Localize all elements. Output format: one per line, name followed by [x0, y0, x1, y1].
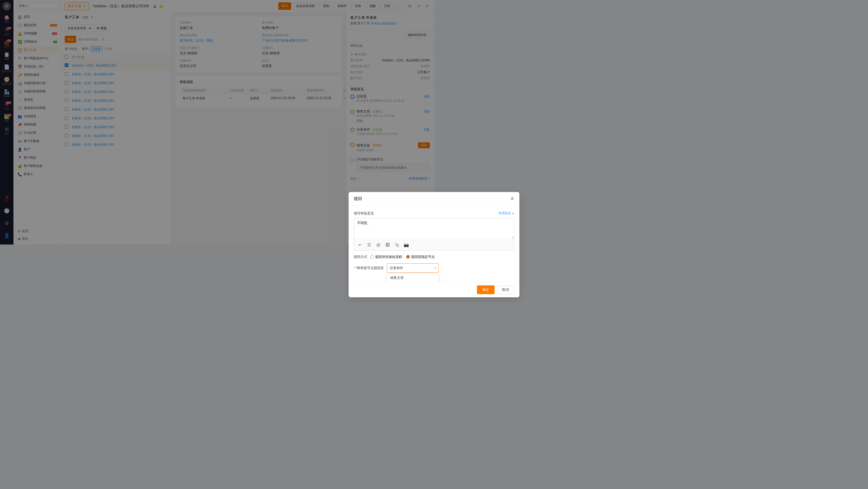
undo-icon[interactable]: ↩	[356, 241, 363, 245]
list-icon[interactable]: ☰	[365, 241, 373, 245]
feedback-textarea[interactable]: 不同意。	[354, 218, 434, 239]
modal-overlay[interactable]: 驳回 ✕ 填写审批意见 常用意见 ∨ 不同意。 ↩ ☰ @ 🖼 📎	[0, 0, 434, 244]
reject-modal: 驳回 ✕ 填写审批意见 常用意见 ∨ 不同意。 ↩ ☰ @ 🖼 📎	[349, 192, 434, 245]
modal-title: 驳回	[354, 196, 362, 201]
modal-body: 填写审批意见 常用意见 ∨ 不同意。 ↩ ☰ @ 🖼 📎 📷	[349, 206, 434, 245]
attach-icon[interactable]: 📎	[393, 241, 401, 245]
toolbar-row: ↩ ☰ @ 🖼 📎 📷	[354, 239, 434, 245]
modal-header: 驳回 ✕	[349, 192, 434, 206]
feedback-header: 填写审批意见 常用意见 ∨	[354, 211, 434, 216]
feedback-box: 不同意。 ↩ ☰ @ 🖼 📎 📷	[354, 218, 434, 245]
at-icon[interactable]: @	[375, 241, 382, 245]
camera-icon[interactable]: 📷	[403, 241, 410, 245]
image-icon[interactable]: 🖼	[384, 241, 391, 245]
feedback-label: 填写审批意见	[354, 211, 374, 216]
